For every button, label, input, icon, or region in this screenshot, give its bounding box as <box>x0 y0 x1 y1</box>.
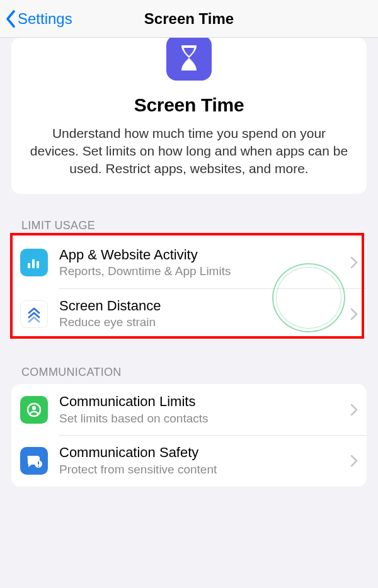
back-label: Settings <box>18 10 72 28</box>
section-header-communication: COMMUNICATION <box>11 357 367 384</box>
row-subtitle: Set limits based on contacts <box>59 411 345 427</box>
svg-rect-6 <box>38 461 39 465</box>
hero-card: Screen Time Understand how much time you… <box>11 38 367 194</box>
communication-group: Communication Limits Set limits based on… <box>11 384 367 486</box>
chevron-left-icon <box>5 9 16 28</box>
hero-icon-wrap <box>29 38 349 81</box>
chevrons-up-icon <box>20 300 48 328</box>
row-text: Communication Safety Protect from sensit… <box>59 444 345 477</box>
chevron-right-icon <box>350 308 358 320</box>
hourglass-icon <box>166 35 212 81</box>
row-text: App & Website Activity Reports, Downtime… <box>59 246 345 280</box>
section-header-limit-usage: LIMIT USAGE <box>11 210 367 237</box>
navigation-bar: Settings Screen Time <box>0 0 378 38</box>
row-title: Screen Distance <box>59 297 345 315</box>
row-subtitle: Reports, Downtime & App Limits <box>59 264 345 280</box>
row-title: App & Website Activity <box>59 246 345 264</box>
row-subtitle: Protect from sensitive content <box>59 462 345 478</box>
svg-rect-2 <box>37 261 39 268</box>
content-area: Screen Time Understand how much time you… <box>0 38 378 487</box>
row-subtitle: Reduce eye strain <box>59 315 345 331</box>
contact-icon <box>20 396 48 424</box>
speech-bubble-alert-icon <box>20 447 48 475</box>
row-app-website-activity[interactable]: App & Website Activity Reports, Downtime… <box>11 237 367 288</box>
row-text: Communication Limits Set limits based on… <box>59 393 345 426</box>
chevron-right-icon <box>350 404 358 416</box>
row-text: Screen Distance Reduce eye strain <box>59 297 345 331</box>
chevron-right-icon <box>350 455 358 467</box>
back-button[interactable]: Settings <box>5 9 72 28</box>
row-screen-distance[interactable]: Screen Distance Reduce eye strain <box>11 288 367 339</box>
chevron-right-icon <box>350 256 358 269</box>
row-title: Communication Safety <box>59 444 345 461</box>
hero-title: Screen Time <box>29 94 349 116</box>
svg-rect-7 <box>38 465 39 466</box>
row-communication-limits[interactable]: Communication Limits Set limits based on… <box>11 384 367 435</box>
svg-rect-0 <box>28 263 30 268</box>
limit-usage-group: App & Website Activity Reports, Downtime… <box>11 237 367 339</box>
hero-description: Understand how much time you spend on yo… <box>29 125 349 178</box>
row-title: Communication Limits <box>59 393 345 410</box>
svg-point-4 <box>32 406 36 410</box>
row-communication-safety[interactable]: Communication Safety Protect from sensit… <box>11 435 367 486</box>
bar-chart-icon <box>20 249 48 276</box>
svg-rect-1 <box>32 259 35 268</box>
